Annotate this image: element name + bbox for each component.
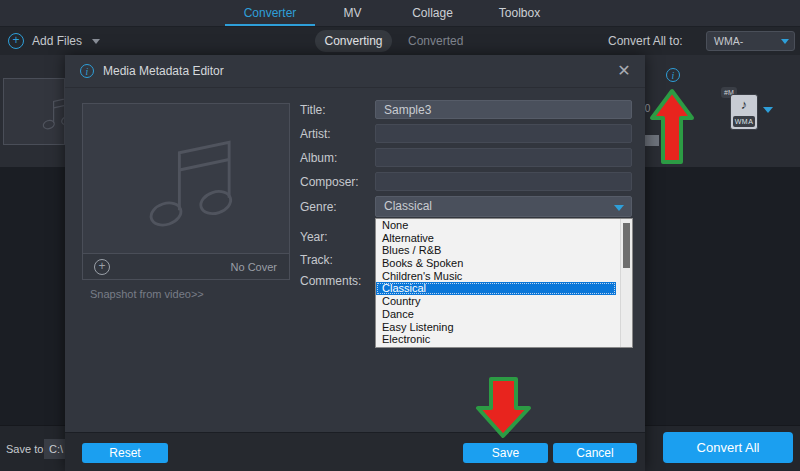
dropdown-scrollbar-thumb[interactable] [623,223,630,268]
convert-all-to-label: Convert All to: [608,27,683,55]
genre-option[interactable]: Dance [376,308,616,321]
album-field[interactable] [375,148,632,167]
dialog-info-icon: i [80,64,94,78]
cover-art-box: + No Cover [82,103,290,280]
album-label: Album: [300,151,337,165]
file-info-icon[interactable]: i [666,68,680,82]
genre-option[interactable]: Alternative [376,232,616,245]
save-to-label: Save to: [6,426,46,471]
genre-select[interactable]: Classical [375,196,632,217]
tab-toolbox[interactable]: Toolbox [492,0,547,26]
no-cover-label: No Cover [231,254,277,280]
genre-caret-icon [614,205,624,211]
format-caret-icon[interactable] [763,107,773,113]
tab-mv[interactable]: MV [330,0,375,26]
save-button[interactable]: Save [463,443,548,463]
music-note-icon [36,91,65,135]
title-label: Title: [300,103,326,117]
year-label: Year: [300,230,328,244]
convert-all-to-caret-icon [781,39,789,44]
sub-tab-converted[interactable]: Converted [408,27,463,55]
genre-option[interactable]: Easy Listening [376,321,616,334]
composer-field[interactable] [375,172,632,191]
dialog-header: i Media Metadata Editor ✕ [65,55,645,88]
artist-field[interactable] [375,124,632,143]
convert-all-button[interactable]: Convert All [663,432,793,463]
toolbar: + Add Files Converting Converted Convert… [0,27,800,55]
title-field[interactable] [375,100,632,119]
genre-option[interactable]: None [376,219,616,232]
app-window: Converter MV Collage Toolbox + Add Files… [0,0,800,471]
add-cover-button[interactable]: + [94,259,110,275]
tab-collage[interactable]: Collage [405,0,460,26]
format-label: WMA [733,116,755,127]
genre-dropdown-list: None Alternative Blues / R&B Books & Spo… [375,218,633,348]
small-note-icon: ♪ [731,97,757,112]
artist-label: Artist: [300,127,331,141]
sub-tab-converting[interactable]: Converting [315,30,392,52]
add-files-button[interactable]: Add Files [32,27,82,55]
genre-label: Genre: [300,200,337,214]
file-thumbnail [3,78,65,145]
top-tab-bar: Converter MV Collage Toolbox [0,0,800,27]
genre-option[interactable]: Country [376,295,616,308]
track-label: Track: [300,253,333,267]
cancel-button[interactable]: Cancel [553,443,637,463]
dialog-title: Media Metadata Editor [103,55,224,88]
genre-option-selected[interactable]: Classical [376,282,616,295]
snapshot-from-video-link[interactable]: Snapshot from video>> [90,288,204,300]
dialog-footer: Reset Save Cancel [65,432,645,471]
comments-label: Comments: [300,274,361,288]
composer-label: Composer: [300,175,359,189]
music-note-icon [133,126,243,236]
add-files-caret-icon[interactable] [92,39,100,44]
genre-option[interactable]: Blues / R&B [376,244,616,257]
add-files-plus-icon[interactable]: + [8,33,24,49]
genre-option[interactable]: Books & Spoken [376,257,616,270]
tab-converter[interactable]: Converter [225,0,315,26]
genre-selected-value: Classical [384,199,432,213]
progress-fragment [645,135,659,146]
close-icon[interactable]: ✕ [613,60,635,82]
genre-option[interactable]: Children's Music [376,270,616,283]
convert-all-to-dropdown[interactable]: WMA-WM...uality [706,31,795,51]
genre-option[interactable]: Electronic [376,333,616,346]
dropdown-scrollbar[interactable] [620,219,632,347]
cover-art-placeholder [83,104,289,253]
reset-button[interactable]: Reset [82,443,168,463]
cover-footer: + No Cover [83,253,289,279]
media-metadata-editor-dialog: i Media Metadata Editor ✕ + No Cover Sna… [65,55,645,471]
output-format-icon[interactable]: ♪ WMA [730,94,758,130]
